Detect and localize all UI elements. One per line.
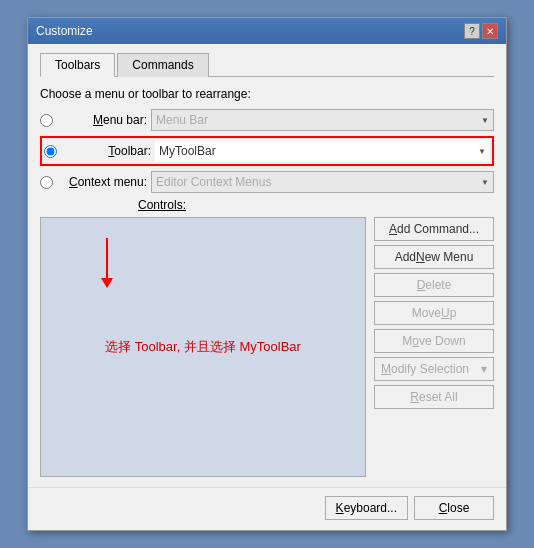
dialog-title: Customize [36, 24, 93, 38]
main-area: 选择 Toolbar, 并且选择 MyToolBar Add Command..… [40, 217, 494, 477]
arrow-annotation [101, 238, 113, 288]
toolbar-combo[interactable]: MyToolBar ▼ [155, 140, 490, 162]
context-menu-arrow-icon: ▼ [481, 178, 489, 187]
add-command-button[interactable]: Add Command... [374, 217, 494, 241]
modify-selection-button[interactable]: Modify Selection ▾ [374, 357, 494, 381]
modify-label: Modify Selection [381, 362, 469, 376]
controls-label: Controls: [138, 198, 494, 212]
toolbar-value: MyToolBar [159, 144, 216, 158]
close-button[interactable]: Close [414, 496, 494, 520]
customize-dialog: Customize ? ✕ Toolbars Commands Choose a… [27, 17, 507, 531]
menu-bar-radio[interactable] [40, 114, 53, 127]
arrow-line [106, 238, 108, 278]
tab-commands[interactable]: Commands [117, 53, 208, 77]
footer: Keyboard... Close [28, 487, 506, 530]
toolbar-row: Toolbar: MyToolBar ▼ [44, 140, 490, 162]
context-menu-value: Editor Context Menus [156, 175, 271, 189]
delete-button[interactable]: Delete [374, 273, 494, 297]
toolbar-label: Toolbar: [61, 144, 151, 158]
list-box-inner: 选择 Toolbar, 并且选择 MyToolBar [41, 218, 365, 476]
button-group: Add Command... Add New Menu Delete Move … [374, 217, 494, 477]
toolbar-row-highlight: Toolbar: MyToolBar ▼ [40, 136, 494, 166]
modify-dropdown-icon: ▾ [481, 362, 487, 376]
context-menu-radio[interactable] [40, 176, 53, 189]
move-up-button[interactable]: Move Up [374, 301, 494, 325]
reset-all-button[interactable]: Reset All [374, 385, 494, 409]
title-bar-buttons: ? ✕ [464, 23, 498, 39]
arrow-head-icon [101, 278, 113, 288]
dialog-body: Toolbars Commands Choose a menu or toolb… [28, 44, 506, 487]
add-new-menu-button[interactable]: Add New Menu [374, 245, 494, 269]
list-instruction: 选择 Toolbar, 并且选择 MyToolBar [105, 338, 301, 356]
menu-bar-value: Menu Bar [156, 113, 208, 127]
context-menu-label: Context menu: [57, 175, 147, 189]
context-menu-row: Context menu: Editor Context Menus ▼ [40, 171, 494, 193]
tab-toolbars[interactable]: Toolbars [40, 53, 115, 77]
menu-bar-label: Menu bar: [57, 113, 147, 127]
close-title-button[interactable]: ✕ [482, 23, 498, 39]
toolbar-arrow-icon: ▼ [478, 147, 486, 156]
context-menu-combo[interactable]: Editor Context Menus ▼ [151, 171, 494, 193]
controls-list[interactable]: 选择 Toolbar, 并且选择 MyToolBar [40, 217, 366, 477]
section-label: Choose a menu or toolbar to rearrange: [40, 87, 494, 101]
menu-bar-combo[interactable]: Menu Bar ▼ [151, 109, 494, 131]
move-down-button[interactable]: Move Down [374, 329, 494, 353]
toolbar-radio[interactable] [44, 145, 57, 158]
keyboard-button[interactable]: Keyboard... [325, 496, 408, 520]
menu-bar-arrow-icon: ▼ [481, 116, 489, 125]
menu-bar-row: Menu bar: Menu Bar ▼ [40, 109, 494, 131]
title-bar: Customize ? ✕ [28, 18, 506, 44]
help-button[interactable]: ? [464, 23, 480, 39]
tabs: Toolbars Commands [40, 52, 494, 77]
